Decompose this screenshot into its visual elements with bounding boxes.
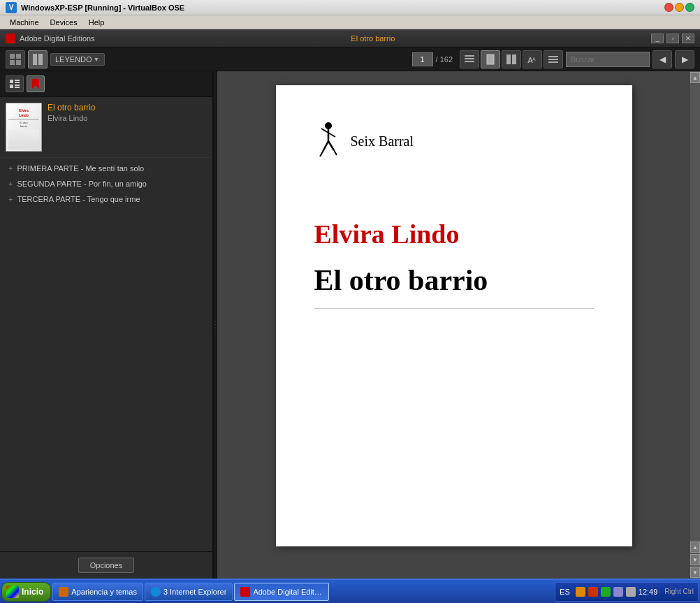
vbox-titlebar: V WindowsXP-ESP [Running] - VirtualBox O… bbox=[0, 0, 700, 15]
toolbar-mode-label: LEYENDO bbox=[55, 55, 92, 64]
menu-machine[interactable]: Machine bbox=[4, 18, 45, 27]
vbox-close-btn[interactable] bbox=[664, 3, 673, 12]
taskbar-label-ade: Adobe Digital Editions bbox=[253, 588, 323, 596]
start-label: Inicio bbox=[22, 587, 43, 597]
sidebar-tab-bookmark[interactable] bbox=[27, 75, 45, 92]
vbox-icon: V bbox=[6, 2, 17, 13]
book-list-item[interactable]: ElviraLindo El otrobarrio El otro barrio… bbox=[0, 97, 212, 158]
book-title-label[interactable]: El otro barrio bbox=[48, 103, 207, 112]
svg-line-27 bbox=[328, 133, 335, 137]
toc-plus-icon-1: + bbox=[8, 180, 13, 188]
system-tray-icon-1 bbox=[576, 587, 585, 597]
vbox-menu-bar: Machine Devices Help bbox=[0, 15, 700, 29]
toolbar-library-view-btn[interactable] bbox=[6, 50, 25, 68]
system-tray-icon-4 bbox=[613, 587, 623, 597]
toc-item-1[interactable]: + SEGUNDA PARTE - Por fin, un amigo bbox=[0, 176, 212, 191]
taskbar-item-appearance[interactable]: Apariencia y temas bbox=[52, 583, 143, 601]
svg-rect-3 bbox=[16, 60, 21, 65]
svg-line-26 bbox=[321, 129, 328, 133]
toc-label-2: TERCERA PARTE - Tengo que irme bbox=[17, 195, 140, 203]
toc-item-0[interactable]: + PRIMERA PARTE - Me sentí tan solo bbox=[0, 161, 212, 176]
ade-close-btn[interactable]: ✕ bbox=[682, 34, 694, 43]
svg-rect-6 bbox=[465, 55, 474, 57]
scroll-mid-btn-1[interactable]: ▲ bbox=[690, 542, 700, 553]
scroll-mid-btn-2[interactable]: ▼ bbox=[690, 554, 700, 565]
options-button[interactable]: Opciones bbox=[78, 558, 134, 573]
sidebar-tab-bar bbox=[0, 71, 212, 97]
svg-rect-2 bbox=[10, 60, 15, 65]
ade-minimize-btn[interactable]: _ bbox=[651, 34, 664, 43]
vbox-title: WindowsXP-ESP [Running] - VirtualBox OSE bbox=[21, 3, 664, 12]
toc-plus-icon-0: + bbox=[8, 164, 13, 173]
menu-devices[interactable]: Devices bbox=[45, 18, 83, 27]
svg-rect-5 bbox=[38, 54, 43, 65]
toolbar-text-size-btn[interactable]: AA bbox=[523, 50, 542, 68]
publisher-logo: Seix Barral bbox=[314, 120, 594, 163]
publisher-figure bbox=[314, 120, 342, 163]
svg-rect-18 bbox=[10, 85, 13, 88]
svg-rect-20 bbox=[15, 82, 20, 83]
seix-barral-figure-svg bbox=[314, 120, 342, 159]
taskbar-item-ade[interactable]: Adobe Digital Editions bbox=[234, 583, 329, 601]
book-thumbnail: ElviraLindo El otrobarrio bbox=[6, 103, 42, 152]
svg-line-31 bbox=[334, 150, 337, 155]
page-total: / 162 bbox=[436, 55, 453, 64]
vbox-max-btn[interactable] bbox=[685, 3, 694, 12]
system-language: ES bbox=[560, 588, 570, 596]
sidebar-tab-list[interactable] bbox=[6, 75, 24, 92]
book-author-heading: Elvira Lindo bbox=[314, 219, 594, 249]
toc-label-0: PRIMERA PARTE - Me sentí tan solo bbox=[17, 164, 144, 173]
toolbar-scroll-view-btn[interactable] bbox=[460, 50, 479, 68]
svg-rect-9 bbox=[487, 55, 494, 64]
search-input[interactable] bbox=[566, 52, 650, 67]
toolbar-search-next-btn[interactable]: ▶ bbox=[675, 50, 694, 68]
ade-main-area: ElviraLindo El otrobarrio El otro barrio… bbox=[0, 71, 700, 579]
vbox-min-btn[interactable] bbox=[675, 3, 684, 12]
taskbar-label-appearance: Apariencia y temas bbox=[71, 588, 137, 596]
sidebar-bottom: Opciones bbox=[0, 551, 212, 579]
menu-help[interactable]: Help bbox=[83, 18, 110, 27]
book-title-heading: El otro barrio bbox=[314, 263, 594, 309]
svg-rect-1 bbox=[16, 54, 21, 59]
ade-current-book-title: El otro barrio bbox=[95, 34, 651, 43]
toolbar-view-icons: AA bbox=[460, 50, 563, 68]
toolbar-search-prev-btn[interactable]: ◀ bbox=[652, 50, 672, 68]
ade-titlebar: Adobe Digital Editions El otro barrio _ … bbox=[0, 29, 700, 48]
svg-rect-22 bbox=[15, 87, 20, 88]
svg-rect-8 bbox=[465, 61, 474, 62]
taskbar-item-ie[interactable]: 3 Internet Explorer bbox=[145, 583, 233, 601]
book-reading-area[interactable]: Seix Barral Elvira Lindo El otro barrio bbox=[217, 71, 690, 579]
ade-toolbar: LEYENDO ▼ 1 / 162 AA bbox=[0, 48, 700, 71]
toolbar-two-page-btn[interactable] bbox=[502, 50, 521, 68]
book-page: Seix Barral Elvira Lindo El otro barrio bbox=[276, 85, 632, 546]
toolbar-read-view-btn[interactable] bbox=[28, 50, 48, 68]
sidebar: ElviraLindo El otrobarrio El otro barrio… bbox=[0, 71, 213, 579]
toolbar-mode-dropdown[interactable]: LEYENDO ▼ bbox=[50, 53, 105, 66]
right-scrollbar: ▲ ▲ ▼ ▼ bbox=[690, 71, 700, 579]
svg-rect-21 bbox=[15, 85, 20, 86]
svg-marker-23 bbox=[32, 79, 39, 89]
svg-rect-11 bbox=[512, 55, 516, 64]
scroll-down-btn[interactable]: ▼ bbox=[690, 567, 700, 578]
svg-line-29 bbox=[328, 141, 334, 150]
toolbar-single-page-btn[interactable] bbox=[481, 50, 500, 68]
vbox-window-controls bbox=[664, 3, 694, 12]
taskbar-icon-ie bbox=[151, 587, 161, 597]
ade-window: Adobe Digital Editions El otro barrio _ … bbox=[0, 29, 700, 579]
ade-app-icon bbox=[6, 34, 15, 43]
toc-item-2[interactable]: + TERCERA PARTE - Tengo que irme bbox=[0, 191, 212, 207]
windows-taskbar: Inicio Apariencia y temas 3 Internet Exp… bbox=[0, 579, 700, 603]
page-number-input[interactable]: 1 bbox=[412, 52, 433, 66]
toolbar-toc-btn[interactable] bbox=[544, 50, 563, 68]
svg-line-28 bbox=[323, 141, 328, 152]
toc-label-1: SEGUNDA PARTE - Por fin, un amigo bbox=[17, 180, 146, 188]
svg-rect-4 bbox=[33, 54, 37, 65]
ade-restore-btn[interactable]: ▫ bbox=[666, 34, 679, 43]
svg-rect-16 bbox=[548, 61, 558, 63]
svg-rect-14 bbox=[548, 56, 558, 57]
toc-list: + PRIMERA PARTE - Me sentí tan solo + SE… bbox=[0, 158, 212, 551]
scroll-up-btn[interactable]: ▲ bbox=[690, 72, 700, 83]
start-button[interactable]: Inicio bbox=[1, 582, 51, 602]
svg-line-30 bbox=[320, 152, 323, 157]
toolbar-page-info: 1 / 162 bbox=[412, 52, 453, 66]
